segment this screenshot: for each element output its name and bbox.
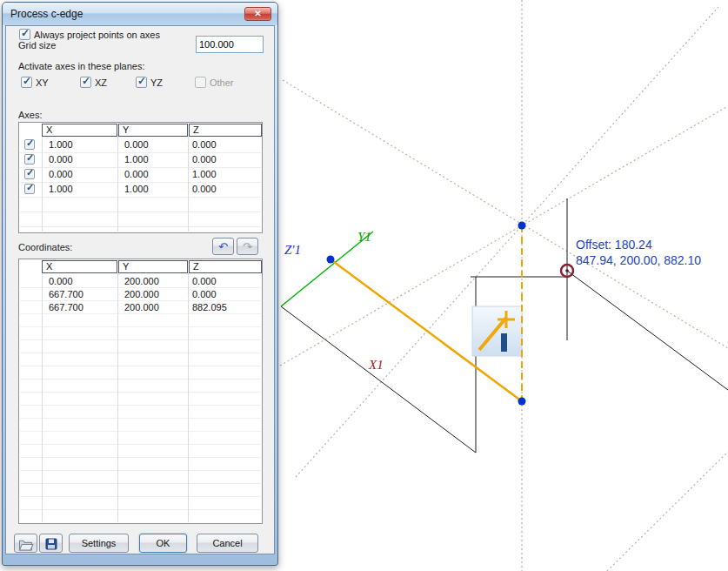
cell-x: 0.000 [49,276,73,286]
offset-tooltip-line1: Offset: 180.24 [576,238,652,252]
axes-row-1[interactable]: ✓ 1.000 0.000 0.000 [20,138,261,152]
cell-y: 200.000 [124,289,159,299]
cell-z: 0.000 [192,184,217,194]
plane-checkbox-xz[interactable]: ✓XZ [80,74,107,90]
project-points-checkbox[interactable]: ✓Always project points on axes [19,26,160,42]
dialog-titlebar[interactable]: Process c-edge ✕ [3,3,277,25]
axes-row-3[interactable]: ✓ 0.000 0.000 1.000 [20,168,261,182]
planes-label: Activate axes in these planes: [18,61,145,71]
plane-label-other: Other [210,77,234,88]
row-checkbox[interactable]: ✓ [24,139,35,150]
check-icon: ✓ [26,182,34,193]
undo-icon: ↶ [218,240,228,253]
coords-row-1[interactable]: 0.000 200.000 0.000 [20,275,261,289]
process-c-edge-dialog: Process c-edge ✕ Grid size Activate axes… [2,2,278,566]
offset-tooltip-line2: 847.94, 200.00, 882.10 [576,253,701,267]
save-button[interactable] [39,534,63,553]
edge-point-3 [518,222,526,230]
coords-column-header-y[interactable]: Y [118,260,188,273]
coords-row-3[interactable]: 667.700 200.000 882.095 [20,301,261,315]
check-icon: ✓ [82,75,90,87]
ok-button[interactable]: OK [139,534,187,553]
cell-z: 0.000 [192,276,217,286]
cell-y: 200.000 [124,276,159,286]
check-icon: ✓ [23,75,31,87]
plane-label-yz: YZ [150,77,163,88]
checkbox-box: ✓ [136,77,147,88]
construction-grid-dotted [280,0,728,571]
plane-label-xy: XY [36,77,49,88]
axes-row-2[interactable]: ✓ 0.000 1.000 0.000 [20,153,261,167]
plane-checkbox-xy[interactable]: ✓XY [21,74,49,90]
coords-row-2[interactable]: 667.700 200.000 0.000 [20,288,261,302]
cell-y: 1.000 [124,184,149,194]
dialog-title: Process c-edge [10,8,83,20]
cancel-button[interactable]: Cancel [197,534,258,553]
close-button[interactable]: ✕ [244,7,271,21]
row-checkbox[interactable]: ✓ [24,154,35,165]
cell-z: 0.000 [192,154,217,165]
check-icon: ✓ [26,152,34,164]
cell-z: 882.095 [192,302,227,312]
close-icon: ✕ [254,9,261,18]
cell-x: 1.000 [49,184,73,194]
plane-checkbox-yz[interactable]: ✓YZ [136,74,163,90]
coordinates-table: X Y Z 0.000 200.000 0.000 667.700 200.00… [18,259,263,524]
cell-x: 667.700 [49,289,83,299]
check-icon: ✓ [26,138,34,149]
cell-x: 0.000 [49,169,73,179]
cell-x: 667.700 [49,302,83,312]
plane-label-xz: XZ [95,77,107,88]
checkbox-box: ✓ [19,29,30,40]
open-button[interactable] [14,534,37,553]
dialog-body: Grid size Activate axes in these planes:… [5,25,275,554]
check-icon: ✓ [137,75,146,87]
row-checkbox[interactable]: ✓ [24,169,35,179]
check-icon: ✓ [26,167,34,178]
check-icon: ✓ [21,27,30,39]
y-axis-label: Y1 [357,230,371,244]
settings-button[interactable]: Settings [69,534,129,553]
z-axis-label: Z'1 [284,243,301,257]
cell-x: 1.000 [49,139,73,150]
plane-checkbox-other[interactable]: ✓Other [195,74,234,90]
axes-column-header-y[interactable]: Y [118,124,188,137]
cell-y: 200.000 [124,302,159,312]
tool-cursor-icon [472,306,522,356]
axes-column-header-x[interactable]: X [42,124,117,137]
row-checkbox[interactable]: ✓ [24,184,35,194]
axes-column-header-z[interactable]: Z [189,124,262,137]
checkbox-box: ✓ [80,77,91,88]
undo-button[interactable]: ↶ [212,238,234,255]
axes-row-4[interactable]: ✓ 1.000 1.000 0.000 [20,183,261,197]
edge-point-2 [518,398,526,406]
checkbox-box: ✓ [195,77,206,88]
redo-icon: ↷ [243,240,252,253]
x-axis-label: X1 [368,358,384,372]
save-disk-icon [44,537,58,551]
coords-column-header-z[interactable]: Z [189,260,262,273]
cell-x: 0.000 [49,154,73,165]
edge-point-1 [327,256,335,264]
cell-z: 0.000 [192,289,217,299]
project-points-label: Always project points on axes [34,30,160,40]
cell-z: 1.000 [192,169,217,179]
cell-y: 0.000 [124,139,149,150]
grid-size-input[interactable] [196,36,264,53]
axes-label: Axes: [18,110,43,120]
cell-y: 1.000 [124,154,149,165]
coordinates-label: Coordinates: [18,242,72,252]
checkbox-box: ✓ [21,77,32,88]
cell-y: 0.000 [124,169,149,179]
axes-table: X Y Z ✓ 1.000 0.000 0.000 ✓ 0.000 1.000 … [18,122,263,233]
cell-z: 0.000 [192,139,217,150]
open-folder-icon [18,538,34,551]
redo-button[interactable]: ↷ [237,238,258,255]
coords-column-header-x[interactable]: X [42,260,117,273]
